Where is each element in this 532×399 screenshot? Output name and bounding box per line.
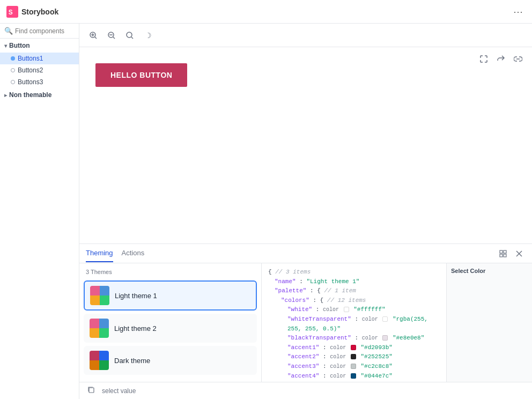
main-layout: 🔍 / ▾ Button Buttons1 Buttons2 Buttons3: [0, 24, 532, 399]
themes-list: 3 Themes Light theme 1: [79, 263, 262, 382]
tab-theming[interactable]: Theming: [86, 245, 113, 262]
sidebar-item-buttons1[interactable]: Buttons1: [0, 53, 79, 64]
preview-top-right-controls: [476, 51, 526, 66]
color-swatch-white-transparent[interactable]: [382, 316, 388, 322]
background-toggle-button[interactable]: ☽: [141, 28, 156, 43]
svg-line-3: [95, 37, 97, 39]
nav-item-label: Buttons1: [18, 55, 43, 62]
themes-count-label: 3 Themes: [84, 268, 257, 277]
nav-group-non-themable: ▸ Non themable: [0, 88, 79, 102]
bottom-tabs: Theming Actions: [79, 244, 532, 263]
color-swatch-accent1[interactable]: [351, 345, 356, 350]
content-area: ☽ HELLO BUTTON: [79, 24, 532, 399]
app-name: Storybook: [21, 8, 58, 16]
json-name-row: "name" : "Light theme 1": [268, 277, 440, 287]
topbar: S Storybook ⋯: [0, 0, 532, 24]
json-color-accent2: "accent2" : color "#252525": [268, 352, 440, 362]
json-panel: { // 3 items "name" : "Light theme 1" "p…: [262, 263, 446, 382]
nav-group-label-non-themable: Non themable: [9, 91, 51, 99]
json-palette-row: "palette" : { // 1 item: [268, 286, 440, 296]
sidebar-item-buttons2[interactable]: Buttons2: [0, 64, 79, 76]
sidebar: 🔍 / ▾ Button Buttons1 Buttons2 Buttons3: [0, 24, 79, 399]
logo-area: S Storybook: [6, 6, 58, 18]
json-color-white-transparent: "whiteTransparent" : color "rgba(255, 25…: [268, 315, 440, 334]
json-color-accent1: "accent1" : color "#d2093b": [268, 343, 440, 353]
nav-dot-icon: [11, 56, 15, 61]
theme-icon-light2: [90, 319, 109, 338]
preview-hello-button[interactable]: HELLO BUTTON: [95, 63, 187, 87]
close-panel-button[interactable]: [513, 247, 526, 260]
footer-select-value: select value: [102, 387, 136, 395]
select-color-panel: Select Color: [446, 263, 532, 382]
search-bar: 🔍 /: [0, 24, 79, 39]
grid-view-button[interactable]: [497, 247, 509, 260]
json-color-black-transparent: "blackTransparent" : color "#e8e0e8": [268, 334, 440, 343]
fullscreen-button[interactable]: [476, 51, 491, 66]
bottom-footer: select value: [79, 382, 532, 399]
color-swatch-white[interactable]: [344, 307, 349, 312]
nav-group-header-button[interactable]: ▾ Button: [0, 39, 79, 53]
more-options-button[interactable]: ⋯: [511, 4, 526, 19]
svg-text:S: S: [9, 8, 13, 16]
json-header: { // 3 items: [268, 268, 440, 277]
nav-item-label: Buttons3: [18, 78, 43, 86]
tab-actions[interactable]: Actions: [122, 245, 145, 262]
json-color-accent4: "accent4" : color "#044e7c": [268, 372, 440, 381]
sidebar-item-buttons3[interactable]: Buttons3: [0, 76, 79, 88]
color-swatch-accent2[interactable]: [351, 354, 356, 359]
json-color-accent3: "accent3" : color "#c2c8c8": [268, 362, 440, 372]
theme-label-light1: Light theme 1: [115, 292, 157, 300]
theme-item-light2[interactable]: Light theme 2: [84, 314, 257, 343]
search-input[interactable]: [15, 27, 79, 35]
json-colors-row: "colors" : { // 12 items: [268, 296, 440, 306]
theme-icon-dark: [90, 351, 109, 370]
nav-group-arrow-icon: ▾: [4, 43, 7, 49]
nav-group-header-non-themable[interactable]: ▸ Non themable: [0, 88, 79, 102]
json-color-white: "white" : color "#ffffff": [268, 305, 440, 315]
zoom-out-button[interactable]: [104, 28, 119, 43]
preview-toolbar: ☽: [79, 24, 532, 47]
svg-line-10: [131, 37, 133, 39]
link-button[interactable]: [511, 51, 526, 66]
nav-group-arrow-icon: ▸: [4, 92, 7, 98]
tab-actions-buttons: [497, 247, 526, 260]
theme-icon-light1: [90, 286, 109, 305]
nav-group-button: ▾ Button Buttons1 Buttons2 Buttons3: [0, 39, 79, 88]
theme-label-dark: Dark theme: [114, 357, 150, 365]
svg-rect-12: [504, 250, 506, 253]
nav-item-label: Buttons2: [18, 66, 43, 74]
storybook-logo-icon: S: [6, 6, 18, 18]
zoom-in-button[interactable]: [86, 28, 101, 43]
svg-rect-14: [504, 254, 506, 257]
svg-rect-13: [500, 254, 503, 257]
bottom-content: 3 Themes Light theme 1: [79, 263, 532, 382]
nav-group-label-button: Button: [9, 42, 30, 49]
search-icon: 🔍: [4, 27, 13, 35]
zoom-reset-button[interactable]: [122, 28, 137, 43]
theme-item-dark[interactable]: Dark theme: [84, 346, 257, 375]
preview-wrapper: ☽ HELLO BUTTON: [79, 24, 532, 399]
color-swatch-accent3[interactable]: [351, 364, 356, 369]
color-swatch-black-transparent[interactable]: [382, 335, 388, 341]
color-swatch-accent4[interactable]: [351, 373, 356, 379]
share-button[interactable]: [493, 51, 508, 66]
nav-dot-icon: [11, 80, 15, 84]
bottom-panel: Theming Actions 3 Theme: [79, 243, 532, 399]
svg-rect-11: [500, 250, 503, 253]
nav-dot-icon: [11, 68, 15, 72]
theme-label-light2: Light theme 2: [114, 324, 157, 332]
svg-rect-17: [89, 388, 94, 393]
preview-canvas: HELLO BUTTON: [79, 47, 532, 243]
theme-item-light1[interactable]: Light theme 1: [84, 280, 257, 311]
select-color-header: Select Color: [451, 268, 528, 274]
svg-point-9: [127, 32, 132, 38]
copy-button[interactable]: [85, 385, 98, 397]
svg-line-7: [113, 37, 115, 39]
